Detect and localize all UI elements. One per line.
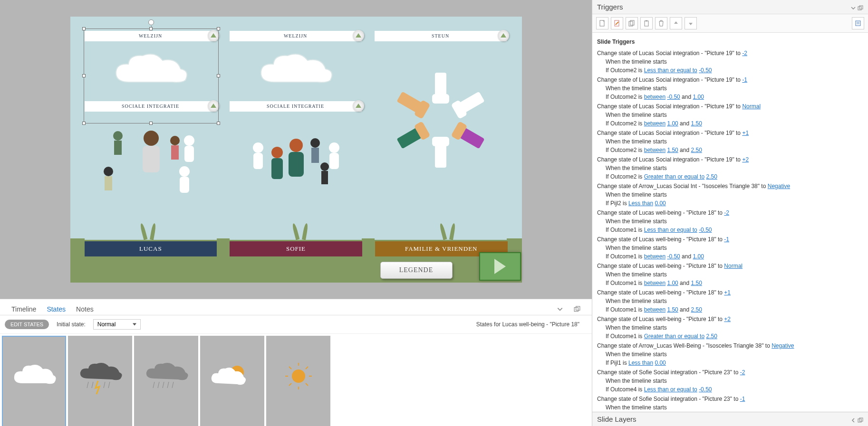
condition-op-link[interactable]: Greater than or equal to (644, 333, 704, 340)
condition-op-link[interactable]: Less than or equal to (644, 67, 697, 74)
condition-op-link[interactable]: between (644, 94, 665, 100)
trigger-item[interactable]: Change state of Lucas well-being - "Pict… (597, 235, 863, 261)
condition-val-link[interactable]: 2.50 (691, 306, 702, 313)
trigger-state-link[interactable]: Normal (724, 263, 743, 269)
initial-state-select[interactable]: Normal (93, 319, 141, 330)
trigger-state-link[interactable]: Negative (772, 342, 794, 349)
variables-button[interactable] (852, 17, 864, 29)
cloud-graphic[interactable] (85, 44, 217, 101)
trigger-state-link[interactable]: +1 (742, 130, 749, 136)
condition-val-link[interactable]: -0.50 (699, 67, 712, 74)
condition-val-link[interactable]: 1.50 (691, 120, 702, 127)
chevron-down-icon[interactable] (557, 306, 563, 312)
slide-canvas[interactable]: WELZIJN SOCIALE INTEGRATIE (0, 0, 592, 299)
trigger-state-link[interactable]: Negative (768, 183, 790, 189)
move-down-button[interactable] (685, 17, 697, 29)
card-familie[interactable]: STEUN (375, 31, 507, 240)
trigger-state-link[interactable]: -2 (742, 50, 747, 57)
condition-op-link[interactable]: Less than or equal to (644, 386, 697, 393)
condition-val-link[interactable]: 1.00 (667, 280, 678, 286)
trigger-item[interactable]: Change state of Arrow_Lucas Well-Being -… (597, 341, 863, 367)
condition-val-link[interactable]: 1.00 (693, 253, 704, 260)
condition-op-link[interactable]: Less than or equal to (644, 227, 697, 233)
condition-val-link[interactable]: 2.50 (706, 173, 717, 180)
arrow-up-icon[interactable] (353, 100, 364, 112)
trigger-item[interactable]: Change state of Arrow_Lucas Social Int -… (597, 182, 863, 208)
card-sofie[interactable]: WELZIJN SOCIALE INTEGRATIE (230, 31, 362, 240)
arrow-up-icon[interactable] (498, 30, 509, 41)
trigger-item[interactable]: Change state of Lucas Social integration… (597, 49, 863, 75)
tab-states[interactable]: States (47, 305, 66, 313)
condition-op-link[interactable]: between (644, 280, 665, 286)
trigger-state-link[interactable]: -1 (740, 396, 745, 402)
trigger-state-link[interactable]: -2 (724, 209, 729, 216)
paste-trigger-button[interactable] (640, 17, 653, 29)
condition-op-link[interactable]: Less than (628, 200, 653, 207)
delete-trigger-button[interactable] (655, 17, 667, 29)
sofie-button[interactable]: SOFIE (230, 241, 362, 256)
trigger-item[interactable]: Change state of Sofie Social integration… (597, 368, 863, 394)
slide[interactable]: WELZIJN SOCIALE INTEGRATIE (70, 17, 522, 283)
trigger-item[interactable]: Change state of Lucas well-being - "Pict… (597, 208, 863, 234)
trigger-item[interactable]: Change state of Lucas Social integration… (597, 76, 863, 101)
condition-val-link[interactable]: 1.00 (693, 94, 704, 100)
condition-op-link[interactable]: between (644, 253, 665, 260)
trigger-state-link[interactable]: -2 (740, 369, 745, 376)
arrow-up-icon[interactable] (353, 30, 364, 41)
edit-states-button[interactable]: EDIT STATES (5, 320, 49, 329)
undock-icon[interactable] (858, 417, 863, 422)
condition-op-link[interactable]: between (644, 120, 665, 127)
state-thumb-plus1[interactable]: +1 (200, 336, 264, 426)
trigger-item[interactable]: Change state of Lucas Social integration… (597, 102, 863, 128)
condition-val-link[interactable]: 2.50 (706, 333, 717, 340)
trigger-state-link[interactable]: +2 (724, 316, 731, 322)
tab-notes[interactable]: Notes (76, 305, 94, 313)
condition-val-link[interactable]: 1.50 (667, 147, 678, 153)
edit-trigger-button[interactable] (611, 17, 623, 29)
condition-val-link[interactable]: -0.50 (667, 94, 680, 100)
trigger-state-link[interactable]: -1 (742, 76, 747, 83)
condition-op-link[interactable]: Less than (628, 360, 653, 366)
trigger-state-link[interactable]: Normal (742, 103, 761, 110)
condition-val-link[interactable]: -0.50 (667, 253, 680, 260)
condition-val-link[interactable]: 0.00 (655, 200, 665, 207)
condition-val-link[interactable]: 1.50 (691, 280, 702, 286)
condition-val-link[interactable]: 0.00 (655, 360, 665, 366)
condition-val-link[interactable]: -0.50 (699, 386, 712, 393)
slide-layers-header[interactable]: Slide Layers (592, 412, 868, 426)
move-up-button[interactable] (670, 17, 682, 29)
arrow-up-icon[interactable] (208, 30, 219, 41)
card-lucas[interactable]: WELZIJN SOCIALE INTEGRATIE (85, 31, 217, 240)
new-trigger-button[interactable] (596, 17, 608, 29)
trigger-item[interactable]: Change state of Lucas Social integration… (597, 129, 863, 154)
trigger-state-link[interactable]: +1 (724, 289, 731, 296)
state-thumb-minus2[interactable]: -2 (68, 336, 132, 426)
condition-val-link[interactable]: -0.50 (699, 227, 712, 233)
copy-trigger-button[interactable] (626, 17, 638, 29)
trigger-item[interactable]: Change state of Sofie Social integration… (597, 395, 863, 412)
condition-op-link[interactable]: Greater than or equal to (644, 173, 704, 180)
condition-val-link[interactable]: 1.00 (667, 120, 678, 127)
trigger-item[interactable]: Change state of Lucas well-being - "Pict… (597, 315, 863, 341)
arrow-up-icon[interactable] (208, 100, 219, 112)
legende-button[interactable]: LEGENDE (380, 262, 453, 279)
chevron-left-icon[interactable] (850, 417, 856, 422)
trigger-state-link[interactable]: +2 (742, 156, 749, 163)
lucas-button[interactable]: LUCAS (85, 241, 217, 256)
undock-icon[interactable] (858, 4, 863, 10)
condition-val-link[interactable]: 1.50 (667, 306, 678, 313)
condition-op-link[interactable]: between (644, 147, 665, 153)
condition-val-link[interactable]: 2.50 (691, 147, 702, 153)
trigger-item[interactable]: Change state of Lucas Social integration… (597, 155, 863, 181)
tab-timeline[interactable]: Timeline (11, 305, 36, 313)
state-thumb-normal[interactable]: Normal (2, 336, 66, 426)
play-button[interactable] (479, 252, 521, 281)
trigger-item[interactable]: Change state of Lucas well-being - "Pict… (597, 262, 863, 287)
state-thumb-minus1[interactable]: -1 (134, 336, 198, 426)
undock-icon[interactable] (574, 306, 580, 312)
state-thumb-plus2[interactable]: +2 (266, 336, 330, 426)
chevron-down-icon[interactable] (850, 4, 856, 10)
trigger-item[interactable]: Change state of Lucas well-being - "Pict… (597, 288, 863, 314)
trigger-state-link[interactable]: -1 (724, 236, 729, 243)
triggers-list[interactable]: Slide Triggers Change state of Lucas Soc… (592, 33, 868, 412)
